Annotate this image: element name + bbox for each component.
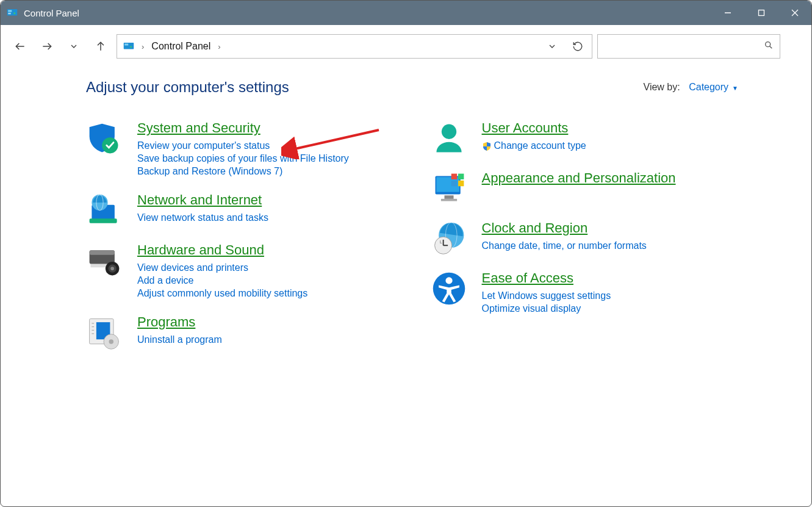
- category-sublink[interactable]: Change account type: [482, 140, 586, 151]
- programs-icon: [86, 314, 123, 351]
- svg-text:L: L: [440, 240, 442, 244]
- appearance-icon: [431, 170, 467, 207]
- content-area: Adjust your computer's settings View by:…: [1, 68, 811, 364]
- svg-rect-19: [90, 218, 117, 223]
- svg-line-16: [770, 46, 772, 49]
- svg-point-35: [109, 339, 114, 344]
- clock-region-icon: L: [431, 220, 467, 257]
- category-sublink[interactable]: Uninstall a program: [137, 334, 222, 345]
- category-network: Network and Internet View network status…: [86, 192, 394, 229]
- category-title-link[interactable]: Hardware and Sound: [137, 242, 264, 258]
- svg-rect-44: [458, 181, 464, 186]
- category-sublink[interactable]: Adjust commonly used mobility settings: [137, 288, 307, 299]
- category-system-security: System and Security Review your computer…: [86, 120, 394, 179]
- hardware-icon: [86, 242, 123, 279]
- control-panel-icon: [123, 41, 134, 52]
- category-hardware: Hardware and Sound View devices and prin…: [86, 242, 394, 301]
- close-button[interactable]: [778, 1, 811, 25]
- view-by-dropdown[interactable]: Category▼: [689, 82, 738, 92]
- address-bar[interactable]: › Control Panel ›: [117, 34, 592, 59]
- category-title-link[interactable]: Programs: [137, 314, 195, 330]
- breadcrumb-item[interactable]: Control Panel: [151, 41, 210, 52]
- svg-point-2: [13, 12, 15, 14]
- category-title-link[interactable]: Clock and Region: [482, 220, 588, 236]
- svg-point-14: [130, 46, 132, 48]
- svg-point-27: [110, 267, 114, 270]
- titlebar: Control Panel: [1, 1, 811, 25]
- category-ease-of-access: Ease of Access Let Windows suggest setti…: [431, 270, 739, 316]
- search-icon[interactable]: [764, 40, 774, 52]
- category-sublink[interactable]: Change date, time, or number formats: [482, 240, 647, 251]
- window-title: Control Panel: [24, 8, 79, 18]
- svg-rect-6: [758, 10, 764, 16]
- navbar: › Control Panel ›: [1, 25, 811, 68]
- category-sublink[interactable]: Add a device: [137, 275, 307, 286]
- category-programs: Programs Uninstall a program: [86, 314, 394, 351]
- ease-of-access-icon: [431, 270, 467, 307]
- category-sublink[interactable]: View network status and tasks: [137, 212, 268, 223]
- uac-shield-icon: [482, 142, 492, 151]
- category-appearance: Appearance and Personalization: [431, 170, 739, 207]
- svg-rect-42: [458, 174, 464, 179]
- svg-rect-3: [8, 13, 11, 13]
- category-sublink[interactable]: Review your computer's status: [137, 140, 349, 151]
- forward-button[interactable]: [36, 35, 58, 57]
- category-sublink[interactable]: View devices and printers: [137, 262, 307, 273]
- category-sublink[interactable]: Save backup copies of your files with Fi…: [137, 153, 349, 164]
- back-button[interactable]: [9, 35, 31, 57]
- chevron-down-icon: ▼: [732, 85, 738, 92]
- chevron-right-icon[interactable]: ›: [215, 42, 223, 51]
- category-title-link[interactable]: Network and Internet: [137, 192, 262, 208]
- system-security-icon: [86, 120, 123, 157]
- svg-rect-13: [124, 44, 128, 46]
- chevron-right-icon[interactable]: ›: [139, 42, 146, 51]
- maximize-button[interactable]: [744, 1, 778, 25]
- user-accounts-icon: [431, 120, 467, 157]
- minimize-button[interactable]: [711, 1, 744, 25]
- history-dropdown-button[interactable]: [542, 36, 562, 57]
- search-box[interactable]: [597, 34, 780, 59]
- category-title-link[interactable]: System and Security: [137, 120, 260, 136]
- category-clock: L Clock and Region Change date, time, or…: [431, 220, 739, 257]
- svg-point-52: [445, 277, 452, 284]
- recent-locations-button[interactable]: [63, 35, 85, 57]
- up-button[interactable]: [90, 35, 112, 57]
- category-title-link[interactable]: Ease of Access: [482, 270, 573, 286]
- search-input[interactable]: [604, 41, 764, 52]
- svg-point-36: [441, 124, 456, 139]
- svg-rect-43: [451, 181, 456, 186]
- svg-rect-39: [444, 195, 453, 199]
- refresh-button[interactable]: [567, 36, 588, 57]
- network-icon: [86, 192, 123, 229]
- window-controls: [711, 1, 811, 25]
- view-by-label: View by:: [644, 82, 680, 92]
- svg-rect-4: [8, 14, 11, 15]
- svg-rect-40: [440, 199, 456, 201]
- category-sublink[interactable]: Backup and Restore (Windows 7): [137, 166, 349, 177]
- svg-point-15: [766, 42, 771, 47]
- svg-rect-41: [451, 174, 456, 179]
- category-title-link[interactable]: User Accounts: [482, 120, 569, 136]
- category-sublink[interactable]: Optimize visual display: [482, 303, 611, 314]
- control-panel-icon: [7, 7, 18, 18]
- page-title: Adjust your computer's settings: [86, 79, 289, 96]
- svg-rect-23: [90, 250, 115, 255]
- view-by-control: View by: Category▼: [644, 82, 738, 93]
- category-sublink[interactable]: Let Windows suggest settings: [482, 290, 611, 301]
- category-user-accounts: User Accounts Change account type: [431, 120, 739, 157]
- content-header: Adjust your computer's settings View by:…: [86, 79, 738, 96]
- category-title-link[interactable]: Appearance and Personalization: [482, 170, 676, 186]
- svg-rect-1: [8, 10, 12, 12]
